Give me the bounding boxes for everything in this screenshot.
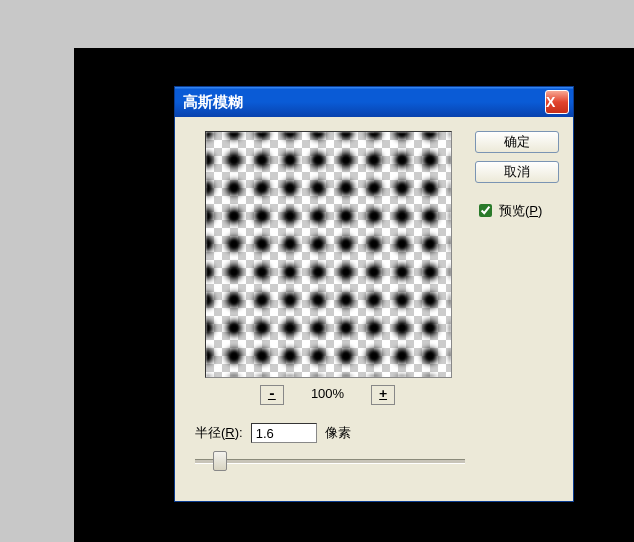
preview-content [206,132,451,377]
dialog-title: 高斯模糊 [183,93,545,112]
close-button[interactable]: X [545,90,569,114]
effect-preview[interactable] [205,131,452,378]
cancel-button[interactable]: 取消 [475,161,559,183]
slider-thumb[interactable] [213,451,227,471]
radius-label-prefix: 半径( [195,425,225,440]
radius-label: 半径(R): [195,424,243,442]
close-icon: X [546,94,568,110]
side-panel: 确定 取消 预览(P) [475,131,559,220]
radius-hotkey: R [225,425,234,440]
zoom-controls: - 100% + [205,385,450,405]
zoom-in-button[interactable]: + [371,385,395,405]
dialog-body: - 100% + 确定 取消 预览(P) 半径(R): 像素 [175,117,573,145]
radius-label-suffix: ): [235,425,243,440]
radius-input[interactable] [251,423,317,443]
preview-label-text: 预览( [499,203,529,218]
zoom-out-button[interactable]: - [260,385,284,405]
zoom-percent: 100% [306,386,350,401]
radius-unit: 像素 [325,424,351,442]
preview-label-suffix: ) [538,203,542,218]
titlebar[interactable]: 高斯模糊 X [175,87,573,117]
preview-hotkey: P [529,203,538,218]
gaussian-blur-dialog: 高斯模糊 X - 100% + 确定 取消 预览(P) [174,86,574,502]
ok-button[interactable]: 确定 [475,131,559,153]
radius-slider[interactable] [195,449,465,473]
preview-label: 预览(P) [499,202,542,220]
preview-checkbox[interactable] [479,204,492,217]
slider-track [195,459,465,464]
preview-checkbox-row[interactable]: 预览(P) [475,201,559,220]
radius-row: 半径(R): 像素 [195,423,351,443]
